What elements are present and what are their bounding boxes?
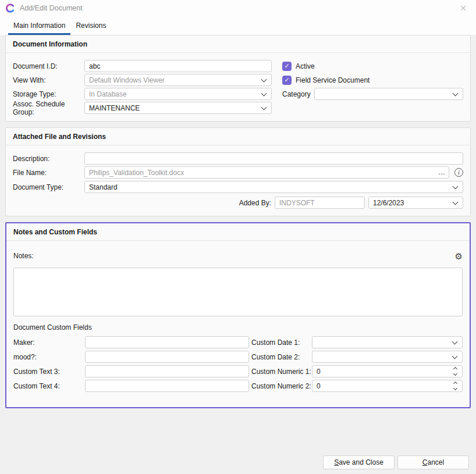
view-with-label: View With: <box>13 76 84 84</box>
notes-custom-fields-section: Notes and Custom Fields Notes: ⚙ Documen… <box>5 222 471 408</box>
custom-text-3-input[interactable] <box>85 365 249 377</box>
schedule-group-dropdown[interactable]: MAINTENANCE <box>84 102 272 114</box>
schedule-group-label: Assoc. Schedule Group: <box>13 100 84 116</box>
maker-input[interactable] <box>85 336 249 348</box>
custom-numeric-1-input[interactable]: 0 <box>312 365 463 377</box>
custom-date-1-label: Custom Date 1: <box>251 338 312 347</box>
custom-text-4-label: Custom Text 4: <box>13 382 85 390</box>
category-label: Category <box>282 90 311 98</box>
add-edit-document-dialog: Add/Edit Document ✕ Main Information Rev… <box>0 0 476 408</box>
custom-numeric-2-label: Custom Numeric 2: <box>251 382 312 390</box>
save-and-close-button[interactable]: Save and Close <box>323 455 395 469</box>
custom-numeric-2-value: 0 <box>317 382 321 390</box>
custom-date-1-dropdown[interactable] <box>312 336 463 348</box>
custom-numeric-1-value: 0 <box>317 368 321 376</box>
file-name-input[interactable] <box>84 166 449 179</box>
view-with-dropdown[interactable]: Default Windows Viewer <box>84 74 272 86</box>
chevron-down-icon <box>452 340 457 345</box>
storage-type-label: Storage Type: <box>13 90 84 98</box>
category-dropdown[interactable] <box>314 88 463 100</box>
chevron-down-icon <box>261 77 267 83</box>
tab-revisions[interactable]: Revisions <box>70 16 111 35</box>
description-input[interactable] <box>84 152 463 165</box>
document-id-input[interactable] <box>84 60 272 72</box>
close-icon[interactable]: ✕ <box>456 3 470 13</box>
custom-numeric-2-input[interactable]: 0 <box>312 380 463 392</box>
field-service-checkbox[interactable]: ✓ <box>282 76 292 85</box>
custom-date-2-dropdown[interactable] <box>312 351 463 363</box>
custom-text-4-input[interactable] <box>85 380 249 392</box>
attached-file-section: Attached File and Revisions Description:… <box>5 127 471 216</box>
spinner-arrows-icon[interactable] <box>453 381 458 391</box>
app-logo-icon <box>6 3 15 13</box>
cancel-button[interactable]: Cancel <box>397 455 469 469</box>
notes-textarea[interactable] <box>13 268 463 316</box>
document-id-label: Document I.D: <box>13 62 84 70</box>
description-label: Description: <box>13 155 84 163</box>
window-title: Add/Edit Document <box>20 4 83 12</box>
info-icon[interactable]: i <box>454 168 463 177</box>
chevron-down-icon <box>452 354 457 359</box>
custom-fields-title: Document Custom Fields <box>13 323 463 332</box>
mood-label: mood?: <box>13 353 85 361</box>
document-type-label: Document Type: <box>13 183 84 191</box>
added-date-value: 12/6/2023 <box>373 199 404 207</box>
storage-type-dropdown[interactable]: In Database <box>84 88 272 100</box>
chevron-down-icon <box>261 91 267 97</box>
chevron-down-icon <box>453 184 458 190</box>
added-by-label: Added By: <box>239 199 271 207</box>
chevron-down-icon <box>453 91 458 97</box>
schedule-group-value: MAINTENANCE <box>89 104 140 112</box>
chevron-down-icon <box>453 200 458 205</box>
notes-custom-fields-header: Notes and Custom Fields <box>6 223 470 241</box>
maker-label: Maker: <box>13 338 85 347</box>
chevron-down-icon <box>261 105 267 111</box>
tab-bar: Main Information Revisions <box>0 16 476 35</box>
tab-main-information[interactable]: Main Information <box>8 16 70 35</box>
attached-file-header: Attached File and Revisions <box>6 128 470 145</box>
added-by-input[interactable] <box>275 197 365 209</box>
notes-label: Notes: <box>13 252 34 260</box>
added-date-dropdown[interactable]: 12/6/2023 <box>368 197 463 209</box>
document-information-header: Document Information <box>6 35 470 53</box>
custom-text-3-label: Custom Text 3: <box>13 368 85 376</box>
check-icon: ✓ <box>284 62 289 70</box>
active-checkbox[interactable]: ✓ <box>282 62 292 71</box>
custom-date-2-label: Custom Date 2: <box>251 353 312 361</box>
custom-numeric-1-label: Custom Numeric 1: <box>251 368 312 376</box>
file-name-label: File Name: <box>13 169 84 177</box>
browse-file-button[interactable]: … <box>436 167 447 177</box>
storage-type-value: In Database <box>89 90 127 98</box>
gear-icon[interactable]: ⚙ <box>455 252 463 261</box>
view-with-value: Default Windows Viewer <box>89 76 165 84</box>
titlebar: Add/Edit Document ✕ <box>0 0 476 16</box>
active-checkbox-label: Active <box>296 62 315 70</box>
footer-buttons: Save and Close Cancel <box>323 455 469 469</box>
field-service-checkbox-label: Field Service Document <box>296 76 370 84</box>
document-type-dropdown[interactable]: Standard <box>84 181 463 193</box>
spinner-arrows-icon[interactable] <box>453 366 458 376</box>
mood-input[interactable] <box>85 351 249 363</box>
document-information-section: Document Information Document I.D: View … <box>5 35 471 122</box>
document-type-value: Standard <box>89 183 118 191</box>
check-icon: ✓ <box>284 76 289 84</box>
